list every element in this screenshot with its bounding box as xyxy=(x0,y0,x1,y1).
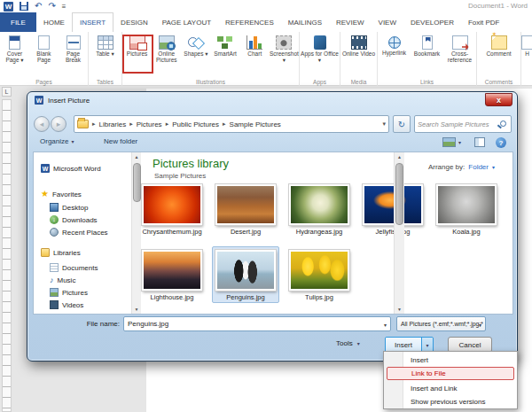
sidebar-item-favorites[interactable]: ★Favorites xyxy=(41,189,82,199)
tab-home[interactable]: HOME xyxy=(36,12,72,32)
breadcrumb-sample-pictures[interactable]: Sample Pictures xyxy=(228,120,283,128)
menu-item-show-previous-versions[interactable]: Show previous versions xyxy=(405,395,515,408)
tab-references[interactable]: REFERENCES xyxy=(218,12,281,32)
scrollbar-thumb[interactable] xyxy=(395,163,403,225)
sidebar-item-documents[interactable]: Documents xyxy=(50,262,98,273)
close-button[interactable]: x xyxy=(485,93,512,106)
clipped-button[interactable]: H xyxy=(521,32,532,74)
insert-picture-dialog: W Insert Picture x ◂ ▸ ▸ Libraries ▸ Pic… xyxy=(27,91,518,361)
menu-item-insert-and-link[interactable]: Insert and Link xyxy=(405,382,515,395)
tab-mailings[interactable]: MAILINGS xyxy=(281,12,329,32)
screenshot-button[interactable]: Screenshot ▾ xyxy=(270,32,299,74)
file-type-value: All Pictures (*.emf;*.wmf;*.jpg;* xyxy=(401,321,483,327)
scroll-down-icon[interactable]: ▼ xyxy=(132,307,141,312)
breadcrumb-public-pictures[interactable]: Public Pictures xyxy=(170,120,221,128)
refresh-button[interactable]: ↻ xyxy=(393,115,411,133)
back-button[interactable]: ◂ xyxy=(34,116,50,132)
vertical-ruler xyxy=(2,99,12,412)
tab-foxit-pdf[interactable]: Foxit PDF xyxy=(461,12,507,32)
scroll-down-icon[interactable]: ▼ xyxy=(395,307,404,312)
arrange-by-control[interactable]: Arrange by: Folder ▾ xyxy=(428,163,495,171)
undo-icon[interactable]: ↶ xyxy=(35,2,42,11)
file-hydrangeas[interactable]: Hydrangeas.jpg xyxy=(283,184,356,236)
thumbnail-koala[interactable] xyxy=(436,184,497,225)
chart-button[interactable]: Chart xyxy=(240,32,270,74)
file-type-dropdown[interactable]: All Pictures (*.emf;*.wmf;*.jpg;* ▾ xyxy=(396,316,486,331)
thumbnail-desert[interactable] xyxy=(215,184,276,225)
menu-item-link-to-file[interactable]: Link to File xyxy=(387,367,514,380)
arrange-by-value[interactable]: Folder xyxy=(468,163,489,171)
thumbnail-hydrangeas[interactable] xyxy=(289,184,349,225)
sidebar-item-microsoft-word[interactable]: WMicrosoft Word xyxy=(41,163,101,174)
address-dropdown-icon[interactable]: ▾ xyxy=(382,120,386,128)
scroll-up-icon[interactable]: ▲ xyxy=(395,154,404,159)
sidebar-item-libraries[interactable]: Libraries xyxy=(41,247,81,258)
tab-developer[interactable]: DEVELOPER xyxy=(403,12,461,32)
page-break-button[interactable]: Page Break xyxy=(59,32,88,74)
search-icon[interactable] xyxy=(500,120,506,127)
organize-button[interactable]: Organize ▾ xyxy=(40,137,74,145)
thumbnail-tulips[interactable] xyxy=(289,250,349,291)
thumbnail-jellyfish[interactable] xyxy=(363,184,423,225)
online-pictures-button[interactable]: Online Pictures xyxy=(152,32,181,74)
breadcrumb-libraries[interactable]: Libraries xyxy=(98,120,129,128)
file-desert[interactable]: Desert.jpg xyxy=(209,184,282,236)
blank-page-button[interactable]: Blank Page xyxy=(29,32,59,74)
sidebar-item-music[interactable]: ♪Music xyxy=(50,275,75,285)
views-button[interactable]: ▾ xyxy=(442,137,461,147)
tab-view[interactable]: VIEW xyxy=(372,12,403,32)
thumbnail-chrysanthemum[interactable] xyxy=(142,184,202,225)
file-jellyfish[interactable]: Jellyfish.jpg xyxy=(356,184,429,236)
sidebar-item-recent-places[interactable]: Recent Places xyxy=(50,227,108,237)
cover-page-icon xyxy=(9,35,20,50)
file-name-input[interactable] xyxy=(128,318,376,330)
menu-item-insert[interactable]: Insert xyxy=(405,354,515,367)
ribbon-group-apps: Apps for Office ▾ Apps xyxy=(300,32,340,86)
file-tulips[interactable]: Tulips.jpg xyxy=(283,250,356,301)
cross-reference-button[interactable]: Cross-reference xyxy=(443,32,476,74)
cover-page-button[interactable]: Cover Page ▾ xyxy=(0,32,29,74)
smartart-button[interactable]: SmartArt xyxy=(211,32,240,74)
forward-button[interactable]: ▸ xyxy=(51,116,66,132)
hyperlink-button[interactable]: Hyperlink xyxy=(378,32,411,74)
tools-button[interactable]: Tools ▾ xyxy=(336,339,360,347)
thumbnail-lighthouse[interactable] xyxy=(142,250,202,291)
sidebar-item-downloads[interactable]: ↓Downloads xyxy=(50,214,98,225)
sidebar-item-desktop[interactable]: Desktop xyxy=(50,202,88,213)
sidebar-item-pictures[interactable]: Pictures xyxy=(50,287,88,298)
shapes-icon xyxy=(188,35,204,50)
file-lighthouse[interactable]: Lighthouse.jpg xyxy=(136,250,208,301)
apps-for-office-button[interactable]: Apps for Office ▾ xyxy=(300,32,340,74)
save-icon[interactable] xyxy=(20,2,28,11)
file-penguins-selected[interactable]: Penguins.jpg xyxy=(209,250,282,301)
redo-icon[interactable]: ↷ xyxy=(48,2,55,11)
shapes-button[interactable]: Shapes ▾ xyxy=(181,32,210,74)
dropdown-caret-icon[interactable]: ▾ xyxy=(384,322,387,328)
table-button[interactable]: Table ▾ xyxy=(89,32,121,74)
new-folder-button[interactable]: New folder xyxy=(104,137,137,145)
tab-selector[interactable]: L xyxy=(2,87,12,97)
bookmark-button[interactable]: Bookmark xyxy=(411,32,443,74)
tab-design[interactable]: DESIGN xyxy=(113,12,155,32)
online-video-button[interactable]: Online Video xyxy=(340,32,377,74)
help-button[interactable]: ? xyxy=(496,137,506,148)
address-bar[interactable]: ▸ Libraries ▸ Pictures ▸ Public Pictures… xyxy=(74,115,389,133)
comment-button[interactable]: Comment xyxy=(477,32,520,74)
file-chrysanthemum[interactable]: Chrysanthemum.jpg xyxy=(136,184,208,236)
sidebar-item-videos[interactable]: Videos xyxy=(50,299,83,310)
tab-review[interactable]: REVIEW xyxy=(329,12,372,32)
scroll-up-icon[interactable]: ▲ xyxy=(132,154,141,159)
file-list-scrollbar[interactable]: ▲ ▼ xyxy=(394,152,404,314)
insert-dropdown-toggle[interactable]: ▾ xyxy=(421,338,433,352)
customize-qat-icon[interactable]: ≡ xyxy=(62,3,66,11)
tab-page-layout[interactable]: PAGE LAYOUT xyxy=(155,12,218,32)
breadcrumb-pictures[interactable]: Pictures xyxy=(135,120,164,128)
search-input[interactable] xyxy=(418,117,497,131)
thumbnail-penguins[interactable] xyxy=(215,250,276,291)
preview-pane-button[interactable] xyxy=(474,137,485,147)
button-label: Table ▾ xyxy=(96,51,114,57)
tab-file[interactable]: FILE xyxy=(0,12,36,32)
insert-button[interactable]: Insert xyxy=(386,338,421,352)
file-koala[interactable]: Koala.jpg xyxy=(430,184,503,236)
tab-insert[interactable]: INSERT xyxy=(72,12,113,32)
